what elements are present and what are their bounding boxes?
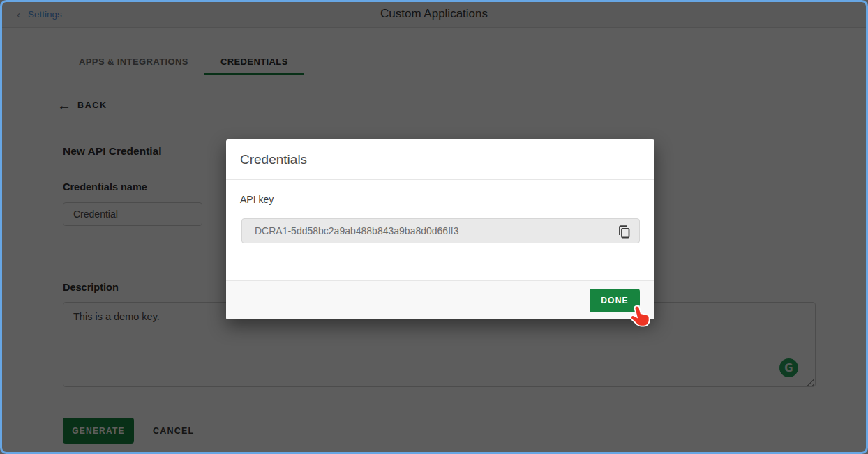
modal-title: Credentials [226,139,654,180]
api-key-input[interactable] [242,219,600,243]
api-key-label: API key [240,194,274,205]
copy-button[interactable] [615,222,634,241]
api-key-field [241,218,640,243]
done-button[interactable]: DONE [590,289,640,312]
modal-body: API key [226,180,654,280]
modal-header: Credentials [226,139,654,180]
app-window: ‹ Settings Custom Applications APPS & IN… [0,0,868,454]
credentials-modal: Credentials API key DONE [226,139,654,319]
modal-footer: DONE [226,280,654,319]
copy-icon [617,224,631,239]
